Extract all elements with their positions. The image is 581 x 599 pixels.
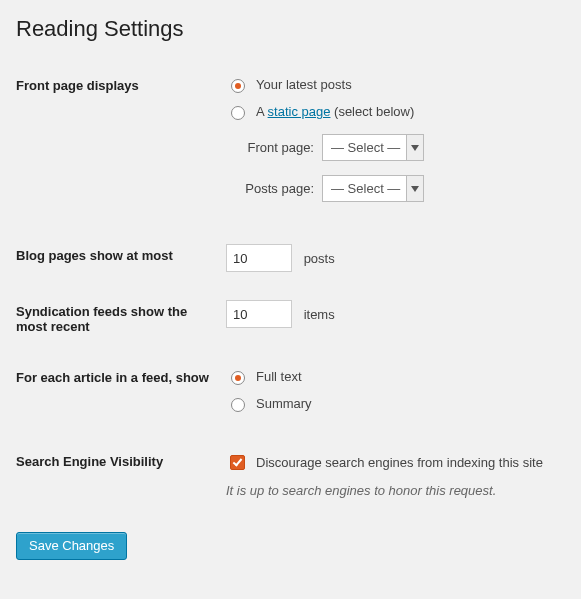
static-suffix: (select below)	[330, 104, 414, 119]
feed-summary-label: Summary	[256, 396, 312, 411]
feeds-input[interactable]	[226, 300, 292, 328]
save-changes-button[interactable]: Save Changes	[16, 532, 127, 560]
static-prefix: A	[256, 104, 268, 119]
feeds-suffix: items	[304, 307, 335, 322]
blog-pages-heading: Blog pages show at most	[16, 230, 226, 286]
posts-page-select[interactable]: — Select —	[322, 175, 424, 202]
front-page-latest-label: Your latest posts	[256, 77, 352, 92]
front-page-heading: Front page displays	[16, 60, 226, 230]
front-page-select[interactable]: — Select —	[322, 134, 424, 161]
article-feed-heading: For each article in a feed, show	[16, 352, 226, 436]
static-page-link[interactable]: static page	[268, 104, 331, 119]
front-page-radio-static[interactable]	[231, 106, 245, 120]
visibility-heading: Search Engine Visibility	[16, 436, 226, 512]
front-page-static-label: A static page (select below)	[256, 104, 414, 119]
visibility-checkbox[interactable]	[230, 455, 245, 470]
blog-pages-input[interactable]	[226, 244, 292, 272]
blog-pages-suffix: posts	[304, 251, 335, 266]
visibility-label: Discourage search engines from indexing …	[256, 455, 543, 470]
feed-full-radio[interactable]	[231, 371, 245, 385]
front-page-radio-latest[interactable]	[231, 79, 245, 93]
feed-full-label: Full text	[256, 369, 302, 384]
feed-summary-radio[interactable]	[231, 398, 245, 412]
page-title: Reading Settings	[16, 16, 565, 42]
feeds-heading: Syndication feeds show the most recent	[16, 286, 226, 352]
visibility-note: It is up to search engines to honor this…	[226, 483, 565, 498]
posts-page-select-label: Posts page:	[226, 181, 314, 196]
front-page-select-label: Front page:	[226, 140, 314, 155]
